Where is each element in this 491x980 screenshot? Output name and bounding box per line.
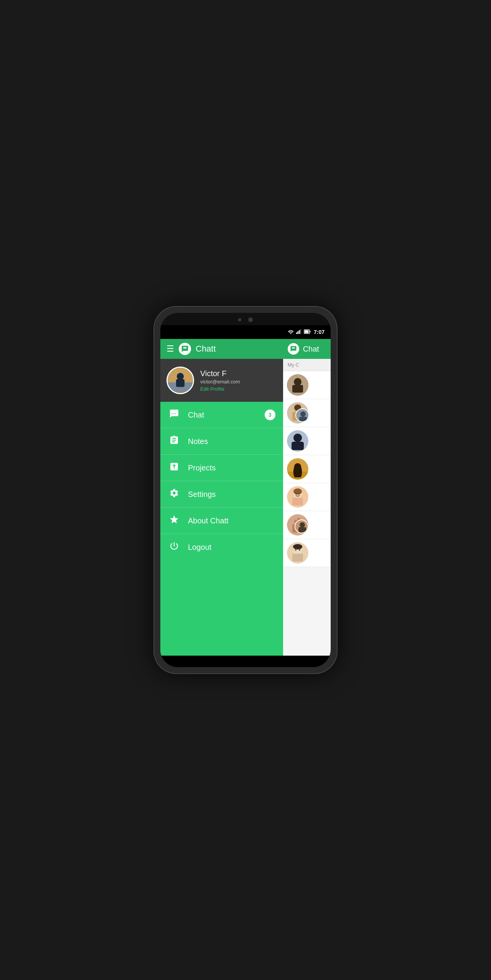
notes-menu-icon [168,435,180,447]
menu-item-notes[interactable]: Notes [160,428,283,455]
chat-panel: Chat My C [283,339,331,656]
chat-panel-bar: Chat [283,339,331,359]
screen-content: ☰ Chatt [160,339,331,656]
signal-icon [296,329,302,335]
menu-item-settings[interactable]: Settings [160,481,283,508]
sensor-dot [238,318,241,321]
chat-list [283,371,331,656]
chat-item[interactable] [283,455,331,483]
edit-profile-link[interactable]: Edit Profile [200,386,240,392]
menu-item-about[interactable]: About Chatt [160,508,283,534]
svg-rect-1 [297,331,298,334]
chat-avatar-secondary [295,408,309,422]
about-menu-label: About Chatt [188,516,275,525]
settings-menu-label: Settings [188,490,275,499]
chat-menu-label: Chat [188,411,257,419]
svg-point-45 [295,549,296,550]
time-display: 7:07 [314,329,325,335]
svg-rect-47 [292,554,303,561]
svg-rect-2 [299,330,300,334]
chat-item[interactable] [283,483,331,511]
chat-avatar [287,458,308,480]
projects-menu-label: Projects [188,464,275,472]
svg-point-22 [293,434,302,442]
svg-point-19 [300,411,306,417]
notes-menu-label: Notes [188,437,275,446]
status-bar: 7:07 [160,325,331,339]
svg-rect-6 [310,331,310,332]
phone-screen: 7:07 ☰ Chatt [160,313,331,667]
chat-item[interactable] [283,371,331,399]
menu-list: Chat 3 Notes [160,402,283,656]
chat-panel-logo [288,343,299,355]
navigation-drawer: ☰ Chatt [160,339,283,656]
profile-info: Victor F victor@email.com Edit Profile [200,369,240,392]
svg-point-12 [294,378,302,386]
chat-avatar [287,542,308,564]
svg-rect-0 [296,332,297,334]
svg-point-9 [177,373,184,380]
svg-point-29 [293,488,302,495]
chat-avatar [287,430,308,452]
profile-section: Victor F victor@email.com Edit Profile [160,359,283,402]
avatar-image [168,367,193,393]
drawer-app-bar: ☰ Chatt [160,339,283,359]
chat-avatar-secondary [295,520,308,533]
svg-rect-32 [292,498,303,505]
svg-rect-10 [176,379,185,387]
logout-menu-icon [168,541,180,553]
chat-item[interactable] [283,427,331,455]
svg-point-30 [295,493,297,495]
about-menu-icon [168,515,180,527]
svg-point-36 [295,517,298,520]
chat-section-header: My C [283,359,331,371]
svg-point-38 [300,522,305,528]
menu-item-chat[interactable]: Chat 3 [160,402,283,428]
phone-bottom-bar [160,656,331,667]
svg-rect-5 [304,330,308,333]
chat-panel-title: Chat [303,345,319,354]
svg-rect-3 [300,329,301,334]
status-icons: 7:07 [288,329,325,335]
projects-menu-icon [168,462,180,474]
profile-email: victor@email.com [200,379,240,385]
svg-rect-23 [292,442,304,450]
chat-item[interactable] [283,539,331,567]
wifi-icon [288,329,294,335]
battery-icon [304,329,311,335]
svg-rect-13 [292,385,303,393]
svg-rect-39 [298,527,306,533]
hamburger-icon[interactable]: ☰ [166,344,174,354]
logout-menu-label: Logout [188,543,275,552]
app-title: Chatt [196,344,216,354]
settings-menu-icon [168,488,180,500]
svg-point-31 [298,493,300,495]
chat-avatar [287,374,308,396]
user-avatar[interactable] [166,367,194,394]
chat-item[interactable] [283,399,331,427]
app-logo [179,343,191,355]
chat-badge: 3 [265,409,275,420]
phone-sensors [238,317,253,322]
chat-item[interactable] [283,511,331,539]
menu-item-projects[interactable]: Projects [160,455,283,481]
menu-item-logout[interactable]: Logout [160,534,283,560]
profile-name: Victor F [200,369,240,378]
camera-dot [248,317,253,322]
phone-device: 7:07 ☰ Chatt [153,306,338,674]
chat-avatar [287,486,308,508]
svg-point-46 [299,549,300,550]
svg-point-42 [293,544,302,549]
chat-menu-icon [168,409,180,421]
